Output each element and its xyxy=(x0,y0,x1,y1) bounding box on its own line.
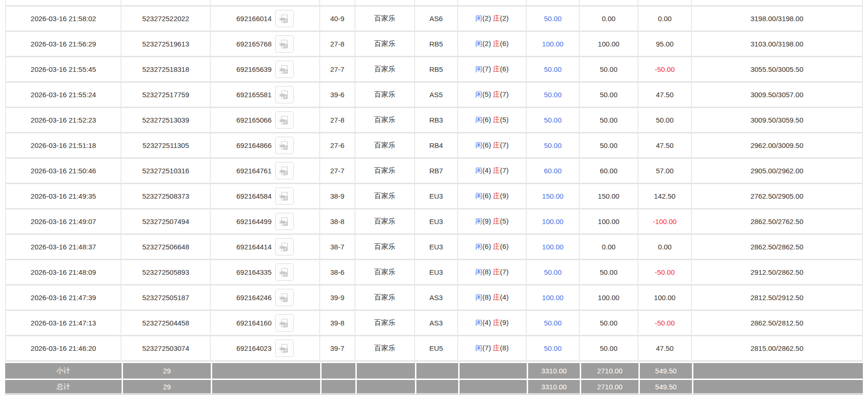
bet-id-cell: 523272517759 xyxy=(122,83,211,108)
banker-label: 庄 xyxy=(493,293,500,301)
banker-count: (5) xyxy=(500,217,508,225)
round-id-text: 692164246 xyxy=(236,294,271,302)
table-code-cell: RB4 xyxy=(415,133,458,159)
game-type-cell: 百家乐 xyxy=(355,311,415,336)
round-id-text: 692164761 xyxy=(236,167,271,175)
summary-empty-cell xyxy=(692,362,863,379)
player-count: (2) xyxy=(483,14,491,22)
valid-amount-cell: 50.00 xyxy=(580,260,638,286)
bet-amount-link[interactable]: 50.00 xyxy=(527,83,580,108)
video-replay-button[interactable] xyxy=(275,111,294,129)
player-label: 闲 xyxy=(476,90,483,98)
bet-amount-link[interactable]: 50.00 xyxy=(527,108,580,133)
bet-record-row: 2026-03-16 21:58:02 523272522022 6921660… xyxy=(5,7,863,32)
player-label: 闲 xyxy=(476,141,483,149)
banker-count: (6) xyxy=(500,39,508,47)
table-round-cell: 39-6 xyxy=(320,83,355,108)
player-label: 闲 xyxy=(476,293,483,301)
video-replay-button[interactable] xyxy=(275,162,294,179)
table-code-cell: AS3 xyxy=(415,286,458,311)
player-label: 闲 xyxy=(476,268,483,276)
bet-amount-link[interactable]: 100.00 xyxy=(527,209,580,235)
bet-amount-link[interactable]: 50.00 xyxy=(527,7,580,32)
bet-time-cell: 2026-03-16 21:47:39 xyxy=(5,286,122,311)
round-id-text: 692164335 xyxy=(236,268,271,276)
video-replay-button[interactable] xyxy=(275,10,294,27)
video-replay-icon xyxy=(279,293,290,303)
bet-amount-link[interactable]: 50.00 xyxy=(527,260,580,286)
banker-label: 庄 xyxy=(493,39,500,47)
video-replay-icon xyxy=(279,191,290,202)
player-count: (7) xyxy=(483,344,491,352)
summary-label-cell: 总计 xyxy=(5,379,122,395)
table-round-cell: 27-8 xyxy=(320,108,355,133)
bet-record-row: 2026-03-16 21:49:35 523272508373 6921645… xyxy=(5,184,863,209)
video-replay-button[interactable] xyxy=(275,61,294,78)
banker-label: 庄 xyxy=(493,242,500,250)
summary-empty-cell xyxy=(320,362,355,379)
banker-count: (6) xyxy=(500,65,508,73)
bet-amount-link[interactable]: 50.00 xyxy=(527,336,580,362)
winloss-cell: -50.00 xyxy=(638,260,692,286)
summary-count-cell: 29 xyxy=(122,362,211,379)
bet-amount-link[interactable]: 50.00 xyxy=(527,133,580,159)
bet-amount-link[interactable]: 100.00 xyxy=(527,286,580,311)
game-type-cell: 百家乐 xyxy=(355,32,415,57)
video-replay-button[interactable] xyxy=(275,263,294,281)
video-replay-button[interactable] xyxy=(275,213,294,230)
table-code-cell: EU3 xyxy=(415,260,458,286)
result-cell: 闲(6) 庄(7) xyxy=(458,133,527,159)
banker-label: 庄 xyxy=(493,14,500,22)
player-label: 闲 xyxy=(476,166,483,174)
bet-amount-link[interactable]: 50.00 xyxy=(527,311,580,336)
player-count: (5) xyxy=(483,90,491,98)
bet-amount-link[interactable]: 150.00 xyxy=(527,184,580,209)
table-round-cell: 38-9 xyxy=(320,184,355,209)
result-cell: 闲(6) 庄(5) xyxy=(458,108,527,133)
bet-amount-link[interactable]: 60.00 xyxy=(527,159,580,184)
game-type-cell: 百家乐 xyxy=(355,286,415,311)
bet-record-row: 2026-03-16 21:50:46 523272510316 6921647… xyxy=(5,159,863,184)
video-replay-button[interactable] xyxy=(275,86,294,103)
player-count: (6) xyxy=(483,242,491,250)
video-replay-button[interactable] xyxy=(275,314,294,332)
bet-record-row: 2026-03-16 21:51:18 523272511305 6921648… xyxy=(5,133,863,159)
bet-amount-link[interactable]: 100.00 xyxy=(527,235,580,260)
game-type-cell: 百家乐 xyxy=(355,57,415,83)
bet-time-cell: 2026-03-16 21:55:24 xyxy=(5,83,122,108)
table-code-cell: RB7 xyxy=(415,159,458,184)
video-replay-button[interactable] xyxy=(275,35,294,53)
banker-count: (9) xyxy=(500,192,508,200)
balance-cell: 3055.50/3005.50 xyxy=(692,57,863,83)
video-replay-icon xyxy=(279,14,290,24)
winloss-cell: 0.00 xyxy=(638,235,692,260)
summary-winloss-total-cell: 549.50 xyxy=(638,362,692,379)
video-replay-icon xyxy=(279,115,290,126)
summary-empty-cell xyxy=(692,379,863,395)
bet-amount-link[interactable]: 50.00 xyxy=(527,57,580,83)
video-replay-button[interactable] xyxy=(275,238,294,256)
valid-amount-cell: 60.00 xyxy=(580,159,638,184)
round-id-text: 692165066 xyxy=(236,116,271,124)
valid-amount-cell: 50.00 xyxy=(580,108,638,133)
video-replay-button[interactable] xyxy=(275,137,294,154)
round-id-cell: 692164866 xyxy=(211,133,320,159)
table-code-cell: EU3 xyxy=(415,235,458,260)
bet-id-cell: 523272522022 xyxy=(122,7,211,32)
result-cell: 闲(6) 庄(9) xyxy=(458,184,527,209)
player-label: 闲 xyxy=(476,318,483,326)
round-id-text: 692166014 xyxy=(236,15,271,23)
table-code-cell: AS6 xyxy=(415,7,458,32)
banker-label: 庄 xyxy=(493,90,500,98)
video-replay-button[interactable] xyxy=(275,340,294,357)
valid-amount-cell: 100.00 xyxy=(580,32,638,57)
round-id-cell: 692164584 xyxy=(211,184,320,209)
video-replay-button[interactable] xyxy=(275,289,294,306)
video-replay-button[interactable] xyxy=(275,187,294,205)
round-id-cell: 692164160 xyxy=(211,311,320,336)
round-id-cell: 692164246 xyxy=(211,286,320,311)
banker-label: 庄 xyxy=(493,318,500,326)
player-label: 闲 xyxy=(476,344,483,352)
bet-amount-link[interactable]: 100.00 xyxy=(527,32,580,57)
valid-amount-cell: 50.00 xyxy=(580,133,638,159)
